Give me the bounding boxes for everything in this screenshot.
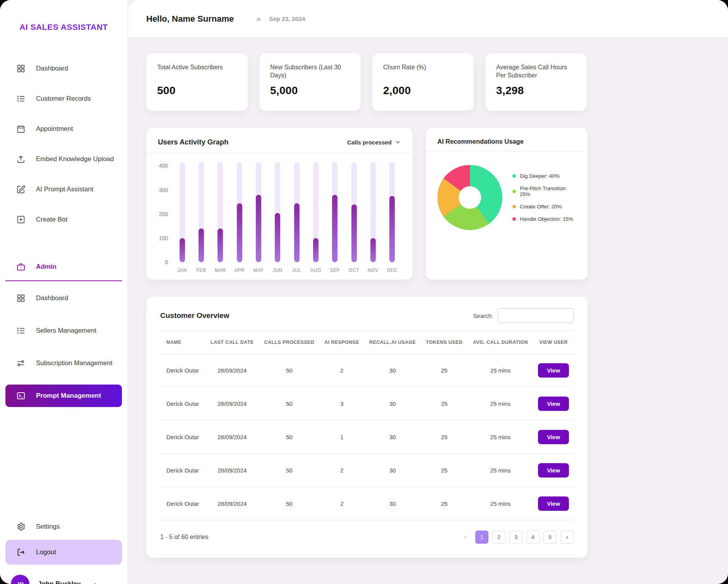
sidebar-item-create-bot[interactable]: Create Bot [5,204,122,235]
legend-label: Create Offer: 20% [520,204,562,210]
table-cell: 50 [259,487,320,520]
page-button-3[interactable]: 3 [509,531,522,544]
sidebar-item-admin[interactable]: Admin [5,253,122,280]
next-page-button[interactable]: › [560,531,574,544]
page-button-2[interactable]: 2 [492,531,505,544]
sliders-icon [16,359,26,368]
column-header: TOKENS USED [421,331,467,354]
legend-label: Pre-Pitch Transition: 25% [520,186,577,197]
bar-fill [294,203,300,262]
bar-track [389,162,395,262]
admin-section: Admin Dashboard Sellers Management [5,253,122,407]
search-label: Search: [473,313,493,319]
sidebar-item-sellers-management[interactable]: Sellers Management [5,314,122,347]
chevron-down-icon [395,139,401,145]
x-axis-label: FEB [192,268,211,273]
bar-chart-yaxis: 0100200300400 [152,162,173,262]
bar-column [211,162,230,262]
customer-overview-card: Customer Overview Search: NAMELAST CALL … [146,297,588,558]
header: Hello, Name Surname » Sep 23, 2024 [128,0,728,38]
sidebar-item-admin-dashboard[interactable]: Dashboard [5,282,122,314]
sidebar-item-prompt-management[interactable]: Prompt Management [5,385,122,407]
header-date: Sep 23, 2024 [269,15,305,22]
table-row: Derick Outar28/09/2024502302525 minsView [160,487,574,520]
user-profile[interactable]: JB John Buckley ▲ [5,573,122,584]
legend-dot-icon [512,174,516,178]
sidebar-item-dashboard[interactable]: Dashboard [5,53,122,84]
x-axis-label: JUN [268,268,287,273]
sidebar-item-subscription-management[interactable]: Subscription Management [5,347,122,380]
table-cell: 28/09/2024 [206,421,259,454]
logout-button[interactable]: Logout [5,540,122,565]
legend-label: Dig Deeper: 40% [520,173,560,179]
chart-filter-dropdown[interactable]: Calls processed [347,139,401,146]
x-axis-label: DEC [383,268,402,273]
bar-track [199,162,204,262]
sidebar-item-embed-knowledge-upload[interactable]: Embed Knowledge Upload [5,144,122,174]
table-cell: 30 [364,354,421,387]
view-button[interactable]: View [538,463,569,478]
terminal-icon [16,391,26,400]
bar-track [351,162,357,262]
legend-dot-icon [512,217,516,221]
page-button-4[interactable]: 4 [526,531,540,544]
table-cell: 30 [364,487,421,520]
table-cell: Derick Outar [160,454,206,487]
page-button-5[interactable]: 5 [543,531,557,544]
bar-fill [313,238,319,262]
table-cell-view: View [533,454,574,487]
briefcase-icon [16,262,26,271]
list-icon [16,326,26,335]
table-cell-view: View [533,354,574,387]
view-button[interactable]: View [538,397,569,411]
charts-row: Users Activity Graph Calls processed 010… [146,128,588,280]
table-row: Derick Outar28/09/2024501302525 minsView [160,421,574,454]
stat-value: 5,000 [270,84,350,97]
stat-value: 500 [157,84,237,97]
bar-fill [180,238,185,262]
table-row: Derick Outar28/09/2024502302525 minsView [160,354,574,387]
table-cell: 1 [320,421,364,454]
legend-item: Handle Objection: 15% [512,216,577,222]
x-axis-label: MAY [249,268,268,273]
legend-dot-icon [512,205,516,208]
legend-item: Pre-Pitch Transition: 25% [512,186,577,197]
table-cell: 25 mins [468,421,534,454]
view-button[interactable]: View [538,496,569,511]
view-button[interactable]: View [538,363,569,378]
bar-fill [389,196,395,262]
sidebar-item-customer-records[interactable]: Customer Records [5,84,122,114]
chevron-up-icon: ▲ [93,582,98,584]
bar-fill [218,228,223,262]
column-header: VIEW USER [533,331,574,354]
page-button-1[interactable]: 1 [475,531,488,544]
view-button[interactable]: View [538,430,569,444]
sidebar-item-ai-prompt-assistant[interactable]: AI Prompt Assistant [5,174,122,204]
table-cell: 28/09/2024 [206,387,259,421]
sidebar-item-settings[interactable]: Settings [5,516,122,538]
sidebar-item-label: Dashboard [36,294,68,302]
table-body: Derick Outar28/09/2024502302525 minsView… [160,354,574,520]
search-bar: Search: [473,308,574,323]
bar-fill [256,195,261,262]
bar-track [275,162,280,262]
bar-column [230,162,249,262]
upload-icon [16,155,26,164]
logout-icon [16,548,26,557]
table-cell-view: View [533,487,574,520]
dropdown-selected-value: Calls processed [347,139,392,146]
bar-fill [370,238,376,262]
table-cell: 25 mins [468,387,534,421]
column-header: LAST CALL DATE [206,331,259,354]
table-row: Derick Outar28/09/2024502302525 minsView [160,454,574,487]
previous-page-button[interactable]: ‹ [458,531,471,544]
sidebar-footer: Settings Logout JB John Buckley ▲ [5,516,122,584]
search-input[interactable] [498,308,574,323]
table-cell: 25 mins [468,487,534,520]
bar-column [287,162,306,262]
sidebar-item-appointment[interactable]: Appointment [5,114,122,144]
bar-chart: 0100200300400 JANFEBMARAPRMAYJUNJULAUGSE… [146,153,413,273]
bar-column [306,162,325,262]
bar-fill [332,195,337,262]
table-cell: 28/09/2024 [206,487,259,520]
